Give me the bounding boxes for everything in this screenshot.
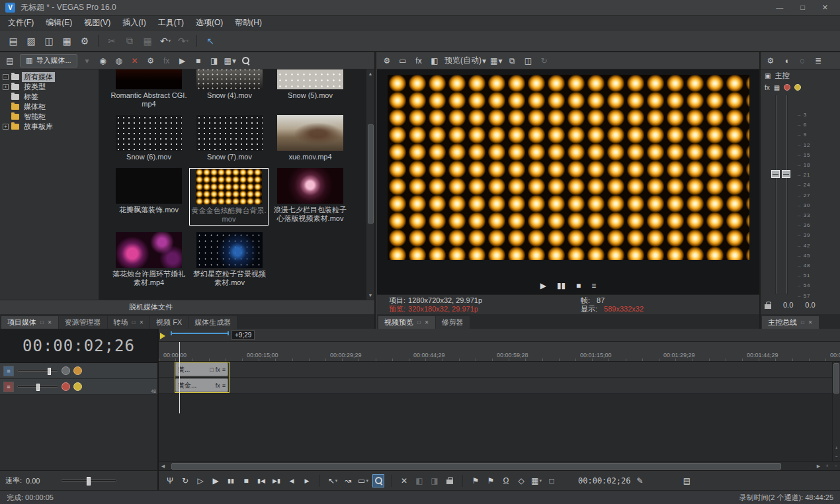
views-button[interactable]: ▦▾ bbox=[224, 55, 236, 67]
zoom-tool-button[interactable] bbox=[372, 474, 384, 487]
trim-end-button[interactable]: ◨ bbox=[429, 474, 441, 487]
project-properties-button[interactable]: ⚙ bbox=[77, 33, 93, 49]
scroll-track[interactable] bbox=[832, 362, 840, 444]
media-fx-button[interactable]: fx bbox=[161, 55, 173, 67]
delete-button[interactable]: ✕ bbox=[398, 474, 410, 487]
selection-tool-dropdown-icon[interactable]: ▾ bbox=[366, 478, 368, 483]
media-item[interactable]: Snow (4).mov bbox=[189, 69, 270, 108]
pan-crop-icon[interactable]: □ bbox=[210, 366, 213, 373]
edit-marker-button[interactable]: ✎ bbox=[634, 474, 646, 487]
cut-button[interactable]: ✂ bbox=[104, 33, 120, 49]
rate-slider-thumb[interactable] bbox=[87, 477, 91, 485]
preview-pause-button[interactable]: ▮▮ bbox=[557, 281, 566, 290]
video-event[interactable]: 黄... □ fx ≡ bbox=[175, 362, 228, 376]
autopreview-button[interactable]: ◨ bbox=[208, 55, 220, 67]
media-item[interactable]: 落花烛台许愿环节婚礼素材.mp4 bbox=[108, 232, 189, 287]
copy-snapshot-button[interactable]: ⧉ bbox=[506, 55, 518, 67]
snapping-button[interactable]: ▦▾ bbox=[530, 474, 542, 487]
event-pan-crop-button[interactable]: □ bbox=[546, 474, 558, 487]
menu-help[interactable]: 帮助(H) bbox=[230, 16, 267, 30]
zoom-in-time-icon[interactable]: + bbox=[823, 462, 831, 470]
insert-marker-button[interactable]: ⚑ bbox=[470, 474, 482, 487]
tab-video-preview[interactable]: 视频预览 □ ✕ bbox=[378, 316, 435, 329]
video-track-header[interactable]: ≡ bbox=[0, 363, 157, 379]
media-item[interactable]: 梦幻星空粒子背景视频素材.mov bbox=[189, 232, 270, 287]
loop-region[interactable] bbox=[171, 333, 229, 334]
scroll-track[interactable] bbox=[366, 78, 375, 291]
close-button[interactable]: ✕ bbox=[822, 3, 828, 12]
scroll-up-icon[interactable]: ▲ bbox=[366, 69, 375, 78]
import-media-button[interactable]: ▥ 导入媒体... bbox=[20, 54, 77, 67]
media-dropdown-button[interactable]: ▾ bbox=[81, 55, 93, 67]
video-track-solo-button[interactable] bbox=[73, 366, 82, 375]
tree-item-tags[interactable]: 标签 bbox=[3, 92, 99, 102]
expander-icon[interactable]: − bbox=[3, 74, 9, 80]
tab-project-media[interactable]: 项目媒体 □ ✕ bbox=[1, 316, 58, 329]
zoom-out-time-icon[interactable]: − bbox=[831, 462, 840, 470]
edit-tool-dropdown-icon[interactable]: ▾ bbox=[335, 478, 338, 483]
envelope-tool-button[interactable]: ↝ bbox=[342, 474, 354, 487]
tab-float-icon[interactable]: □ bbox=[132, 319, 136, 325]
audio-event[interactable]: 黄金... fx ≡ bbox=[175, 378, 228, 392]
slider-thumb[interactable] bbox=[36, 384, 40, 391]
media-item[interactable]: Romantic Abstract CGI.mp4 bbox=[108, 69, 189, 108]
media-item-selected[interactable]: 黄金金色炫酷舞台背景.mov bbox=[189, 168, 269, 226]
tab-trimmer[interactable]: 修剪器 bbox=[436, 316, 470, 329]
loop-playback-button[interactable]: ↻ bbox=[179, 474, 191, 487]
fader-track-right[interactable] bbox=[786, 95, 788, 294]
media-search-button[interactable] bbox=[240, 55, 252, 67]
minimize-button[interactable]: — bbox=[776, 3, 783, 12]
event-menu-icon[interactable]: ≡ bbox=[222, 382, 226, 389]
stop-button[interactable]: ■ bbox=[240, 474, 252, 487]
overlays-dropdown-icon[interactable]: ▾ bbox=[498, 56, 502, 65]
automation-icon[interactable]: ▦ bbox=[774, 84, 780, 91]
overlays-button[interactable]: ▦▾ bbox=[490, 55, 502, 67]
scroll-left-icon[interactable]: ◀ bbox=[159, 462, 167, 470]
preview-stop-button[interactable]: ■ bbox=[576, 281, 581, 290]
get-media-web-button[interactable]: ◍ bbox=[113, 55, 125, 67]
scroll-thumb[interactable] bbox=[368, 124, 374, 224]
tab-media-generators[interactable]: 媒体生成器 bbox=[189, 316, 237, 329]
downmix-output-button[interactable]: ◖ bbox=[780, 55, 792, 67]
tab-close-icon[interactable]: ✕ bbox=[139, 319, 144, 325]
event-fx-icon[interactable]: fx bbox=[216, 366, 220, 373]
split-screen-button[interactable]: ◧ bbox=[429, 55, 441, 67]
master-mute-button[interactable] bbox=[784, 84, 790, 91]
timeline-empty-area[interactable] bbox=[159, 394, 832, 461]
zoom-out-track-icon[interactable]: − bbox=[832, 452, 840, 461]
selection-tool-button[interactable]: ▭▾ bbox=[357, 474, 369, 487]
timeline-vertical-scrollbar[interactable]: + − bbox=[832, 362, 840, 461]
zoom-in-track-icon[interactable]: + bbox=[832, 444, 840, 452]
clip-browser-button[interactable]: ▤ bbox=[681, 474, 693, 487]
views-dropdown-icon[interactable]: ▾ bbox=[232, 56, 236, 65]
quality-dropdown-icon[interactable]: ▾ bbox=[482, 56, 486, 65]
menu-tools[interactable]: 工具(T) bbox=[153, 16, 189, 30]
tab-video-fx[interactable]: 视频 FX bbox=[150, 316, 188, 329]
lock-event-button[interactable] bbox=[444, 474, 456, 487]
scroll-track[interactable] bbox=[167, 462, 814, 471]
slider-thumb[interactable] bbox=[48, 368, 51, 375]
capture-video-button[interactable]: ◉ bbox=[97, 55, 109, 67]
fader-lock-icon[interactable] bbox=[765, 304, 771, 309]
time-ruler[interactable]: 00:00:0000:00:15;0000:00:29;2900:00:44;2… bbox=[159, 342, 840, 362]
menu-edit[interactable]: 编辑(E) bbox=[40, 16, 77, 30]
rate-slider[interactable] bbox=[61, 480, 116, 482]
scroll-thumb[interactable] bbox=[171, 463, 781, 470]
scroll-thumb[interactable] bbox=[833, 363, 839, 394]
expander-icon[interactable]: + bbox=[3, 84, 9, 90]
video-track-icon[interactable]: ≡ bbox=[3, 366, 14, 376]
media-item[interactable]: 花瓣飘落装饰.mov bbox=[108, 168, 189, 226]
menu-options[interactable]: 选项(O) bbox=[190, 16, 228, 30]
preview-play-button[interactable]: ▶ bbox=[540, 281, 546, 290]
preview-properties-button[interactable]: ⚙ bbox=[381, 55, 393, 67]
pause-button[interactable]: ▮▮ bbox=[225, 474, 237, 487]
expander-icon[interactable]: + bbox=[3, 124, 9, 130]
loop-start-marker[interactable] bbox=[160, 333, 165, 339]
save-snapshot-button[interactable]: ◫ bbox=[522, 55, 534, 67]
tree-item-storyboards[interactable]: + 故事板库 bbox=[3, 122, 99, 132]
record-button[interactable]: Ψ bbox=[164, 474, 176, 487]
undo-button[interactable]: ↶▾ bbox=[157, 33, 173, 49]
go-to-end-button[interactable]: ▶▮ bbox=[271, 474, 282, 487]
undo-dropdown-icon[interactable]: ▾ bbox=[169, 38, 171, 44]
scroll-right-icon[interactable]: ▶ bbox=[814, 462, 823, 470]
